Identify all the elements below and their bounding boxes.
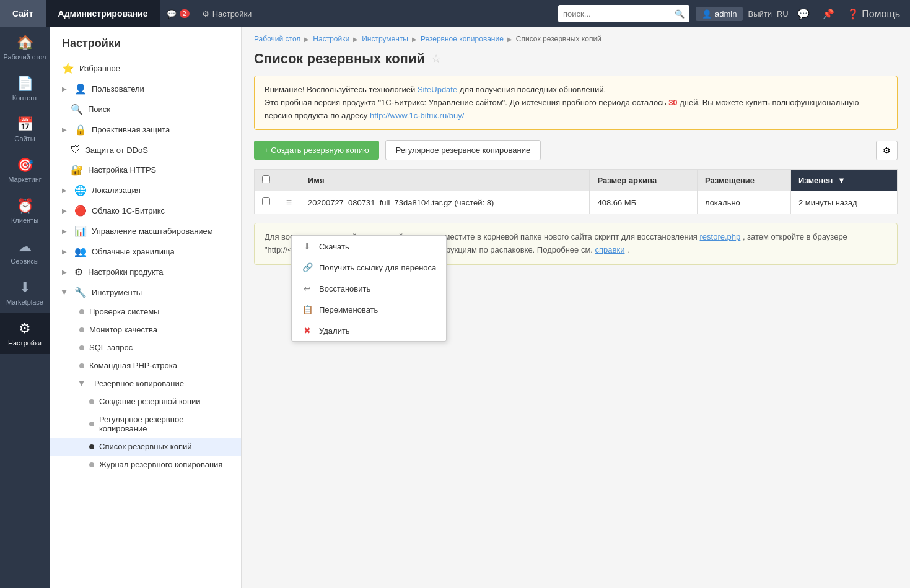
context-getlink-label: Получить ссылку для переноса bbox=[319, 263, 436, 272]
top-settings-button[interactable]: ⚙ Настройки bbox=[196, 0, 258, 27]
user-menu-button[interactable]: 👤 admin bbox=[696, 7, 743, 21]
arrow-right-icon7: ▶ bbox=[62, 269, 67, 275]
search-input[interactable] bbox=[558, 9, 670, 19]
sidebar-item-marketplace[interactable]: ⬇ Marketplace bbox=[0, 272, 50, 313]
sidebar-item-tools[interactable]: ▶ 🔧 Инструменты bbox=[50, 282, 241, 303]
context-menu-item-getlink[interactable]: 🔗 Получить ссылку для переноса bbox=[292, 257, 446, 278]
sidebar-item-cloud-storage[interactable]: ▶ 👥 Облачные хранилища bbox=[50, 241, 241, 262]
top-nav: Сайт Администрирование 💬 2 ⚙ Настройки 🔍… bbox=[0, 0, 910, 27]
sidebar-item-list-backup[interactable]: Список резервных копий bbox=[50, 438, 241, 456]
download-ctx-icon: ⬇ bbox=[302, 241, 313, 251]
help-button[interactable]: ❓ Помощь bbox=[843, 8, 904, 20]
col-check bbox=[255, 170, 278, 191]
col-modified-header[interactable]: Изменен ▼ bbox=[791, 170, 898, 191]
sidebar-sites-label: Сайты bbox=[14, 135, 35, 142]
sidebar-item-scaling[interactable]: ▶ 📊 Управление масштабированием bbox=[50, 221, 241, 241]
sidebar-item-sites[interactable]: 📅 Сайты bbox=[0, 109, 50, 150]
sidebar-content-label: Контент bbox=[12, 94, 38, 102]
sidebar-item-proactive[interactable]: ▶ 🔒 Проактивная защита bbox=[50, 119, 241, 140]
col-location-header[interactable]: Размещение bbox=[697, 170, 790, 191]
help-docs-link[interactable]: справки bbox=[595, 245, 625, 254]
rename-ctx-icon: 📋 bbox=[302, 305, 313, 314]
arrow-right-icon3: ▶ bbox=[62, 187, 67, 194]
help-label: Помощь bbox=[862, 9, 900, 19]
persons-icon: 👥 bbox=[74, 246, 87, 257]
search-submit-button[interactable]: 🔍 bbox=[670, 9, 689, 19]
col-name-header[interactable]: Имя bbox=[300, 170, 590, 191]
language-button[interactable]: RU bbox=[777, 9, 789, 19]
sidebar-item-product-settings[interactable]: ▶ ⚙ Настройки продукта bbox=[50, 262, 241, 282]
row-checkbox[interactable] bbox=[262, 197, 270, 205]
sidebar-item-settings[interactable]: ⚙ Настройки bbox=[0, 313, 50, 354]
breadcrumb-sep1: ▶ bbox=[304, 36, 309, 43]
days-count: 30 bbox=[668, 98, 677, 107]
sidebar-clients-label: Клиенты bbox=[11, 217, 38, 224]
user-area: 👤 admin Выйти RU 💬 📌 ❓ Помощь bbox=[689, 7, 910, 21]
schedule-backup-button[interactable]: Регулярное резервное копирование bbox=[385, 140, 541, 160]
sidebar-item-content[interactable]: 📄 Контент bbox=[0, 68, 50, 109]
lock-icon: 🔒 bbox=[74, 124, 87, 136]
context-menu-item-download[interactable]: ⬇ Скачать bbox=[292, 236, 446, 257]
sidebar-item-journal-backup[interactable]: Журнал резервного копирования bbox=[50, 456, 241, 473]
row-context-menu-icon[interactable]: ≡ bbox=[286, 197, 292, 207]
buy-link[interactable]: http://www.1c-bitrix.ru/buy/ bbox=[370, 111, 464, 120]
sidebar-item-localization[interactable]: ▶ 🌐 Локализация bbox=[50, 180, 241, 201]
sidebar-item-marketing[interactable]: 🎯 Маркетинг bbox=[0, 150, 50, 191]
context-menu-item-delete[interactable]: ✖ Удалить bbox=[292, 320, 446, 341]
site-button[interactable]: Сайт bbox=[0, 0, 46, 27]
sidebar-item-search[interactable]: 🔍 Поиск bbox=[50, 99, 241, 119]
col-size-header[interactable]: Размер архива bbox=[590, 170, 697, 191]
sidebar-item-quality-monitor[interactable]: Монитор качества bbox=[50, 321, 241, 339]
restore-php-link[interactable]: restore.php bbox=[700, 232, 741, 241]
sidebar-item-services[interactable]: ☁ Сервисы bbox=[0, 231, 50, 272]
toolbar: + Создать резервную копию Регулярное рез… bbox=[242, 140, 910, 169]
circle-red-icon: 🔴 bbox=[74, 205, 87, 217]
context-download-label: Скачать bbox=[319, 242, 349, 251]
table-row: ≡ 20200727_080731_full_73da8104.tar.gz (… bbox=[255, 191, 898, 214]
breadcrumb-sep3: ▶ bbox=[412, 36, 417, 43]
sidebar-item-favorites[interactable]: ⭐ Избранное bbox=[50, 58, 241, 79]
calendar-icon: 📅 bbox=[17, 116, 33, 132]
sidebar-desktop-label: Рабочий стол bbox=[3, 53, 46, 61]
create-backup-button[interactable]: + Создать резервную копию bbox=[254, 141, 379, 160]
logout-button[interactable]: Выйти bbox=[748, 9, 772, 19]
admin-button[interactable]: Администрирование bbox=[46, 0, 160, 27]
sidebar-item-sql[interactable]: SQL запрос bbox=[50, 339, 241, 357]
delete-ctx-icon: ✖ bbox=[302, 326, 313, 335]
siteupdate-link[interactable]: SiteUpdate bbox=[418, 85, 457, 94]
sidebar-item-schedule-backup[interactable]: Регулярное резервное копирование bbox=[50, 410, 241, 438]
table-settings-button[interactable]: ⚙ bbox=[876, 141, 898, 160]
arrow-right-icon: ▶ bbox=[62, 85, 67, 92]
breadcrumb-sep2: ▶ bbox=[353, 36, 358, 43]
breadcrumb-backup[interactable]: Резервное копирование bbox=[421, 35, 504, 43]
link-ctx-icon: 🔗 bbox=[302, 262, 313, 272]
sidebar-item-backup-group[interactable]: ▶ Резервное копирование bbox=[50, 374, 241, 392]
sidebar-item-https[interactable]: 🔐 Настройка HTTPS bbox=[50, 160, 241, 180]
context-menu-item-rename[interactable]: 📋 Переименовать bbox=[292, 299, 446, 320]
sidebar-item-system-check[interactable]: Проверка системы bbox=[50, 303, 241, 321]
sidebar-item-cloud1c[interactable]: ▶ 🔴 Облако 1С-Битрикс bbox=[50, 201, 241, 221]
info-text-help-suffix: . bbox=[627, 245, 629, 254]
globe-icon: 🌐 bbox=[74, 184, 87, 196]
gear-icon: ⚙ bbox=[19, 321, 31, 337]
shield-icon: 🛡 bbox=[71, 144, 81, 155]
star-icon: ⭐ bbox=[62, 63, 74, 74]
sidebar-item-clients[interactable]: ⏰ Клиенты bbox=[0, 191, 50, 231]
notifications-button[interactable]: 💬 2 bbox=[160, 0, 196, 27]
row-name-cell: 20200727_080731_full_73da8104.tar.gz (ча… bbox=[300, 191, 590, 214]
pin-icon-button[interactable]: 📌 bbox=[818, 8, 838, 20]
sidebar-item-ddos[interactable]: 🛡 Защита от DDoS bbox=[50, 140, 241, 160]
breadcrumb-tools[interactable]: Инструменты bbox=[362, 35, 408, 43]
sidebar-item-users[interactable]: ▶ 👤 Пользователи bbox=[50, 79, 241, 99]
sidebar-item-create-backup[interactable]: Создание резервной копии bbox=[50, 392, 241, 410]
sidebar-item-cmdphp[interactable]: Командная PHP-строка bbox=[50, 357, 241, 374]
info-text-help-prefix: Подробнее см. bbox=[537, 245, 595, 254]
sidebar-item-desktop[interactable]: 🏠 Рабочий стол bbox=[0, 27, 50, 68]
favorite-star-icon[interactable]: ☆ bbox=[431, 52, 441, 66]
context-menu-item-restore[interactable]: ↩ Восстановить bbox=[292, 278, 446, 299]
col-icon-header bbox=[278, 170, 300, 191]
breadcrumb-desktop[interactable]: Рабочий стол bbox=[254, 35, 300, 43]
breadcrumb-settings[interactable]: Настройки bbox=[313, 35, 349, 43]
select-all-checkbox[interactable] bbox=[262, 175, 270, 183]
messages-icon-button[interactable]: 💬 bbox=[794, 8, 813, 20]
